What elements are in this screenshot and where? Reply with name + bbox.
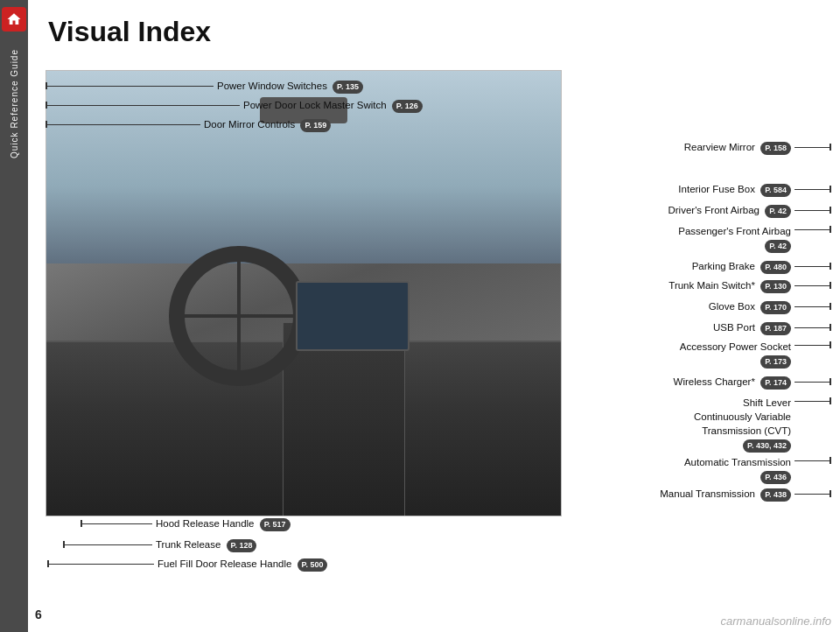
ann-hood-release-label: Hood Release Handle P. 517 [156, 516, 290, 531]
ann-accessory-socket: Accessory Power SocketP. 173 [680, 340, 831, 369]
ann-fuse-box-label: Interior Fuse Box P. 584 [678, 182, 791, 197]
ann-auto-transmission-label: Automatic Transmission P. 436 [684, 455, 791, 484]
home-icon[interactable] [2, 7, 26, 32]
ann-driver-airbag-label: Driver's Front Airbag P. 42 [668, 203, 791, 218]
ann-trunk-switch: Trunk Main Switch* P. 130 [668, 278, 831, 293]
ann-door-mirror: Door Mirror Controls P. 159 [46, 117, 331, 132]
ann-usb-port: USB Port P. 187 [713, 320, 831, 335]
ann-passenger-airbag-label: Passenger's Front AirbagP. 42 [678, 224, 791, 253]
ann-trunk-switch-label: Trunk Main Switch* P. 130 [668, 278, 791, 293]
ann-glove-box: Glove Box P. 170 [709, 299, 831, 314]
ann-rearview-label: Rearview Mirror P. 158 [684, 140, 791, 155]
car-image [46, 70, 562, 516]
ann-fuse-box: Interior Fuse Box P. 584 [678, 182, 831, 197]
ann-wireless-charger: Wireless Charger* P. 174 [674, 375, 831, 390]
ann-parking-brake-label: Parking Brake P. 480 [692, 259, 791, 274]
page-title: Visual Index [48, 16, 211, 48]
ann-auto-transmission: Automatic Transmission P. 436 [684, 455, 831, 484]
sidebar-label: Quick Reference Guide [10, 49, 19, 158]
ann-parking-brake: Parking Brake P. 480 [692, 259, 831, 274]
ann-hood-release: Hood Release Handle P. 517 [80, 516, 290, 531]
ann-shift-lever-cvt: Shift LeverContinuously VariableTransmis… [694, 396, 831, 453]
ann-usb-port-label: USB Port P. 187 [713, 320, 791, 335]
ann-manual-transmission-label: Manual Transmission P. 438 [660, 487, 791, 502]
ann-wireless-charger-label: Wireless Charger* P. 174 [674, 375, 791, 390]
ann-accessory-socket-label: Accessory Power SocketP. 173 [680, 340, 791, 369]
ann-manual-transmission: Manual Transmission P. 438 [660, 487, 831, 502]
ann-power-window-label: Power Window Switches P. 135 [217, 79, 363, 94]
ann-shift-lever-cvt-label: Shift LeverContinuously VariableTransmis… [694, 396, 791, 453]
ann-trunk-release-label: Trunk Release P. 128 [156, 537, 256, 552]
ann-power-window: Power Window Switches P. 135 [46, 79, 363, 94]
ann-door-mirror-label: Door Mirror Controls P. 159 [204, 117, 331, 132]
ann-fuel-fill-label: Fuel Fill Door Release Handle P. 500 [158, 557, 327, 572]
ann-power-door-lock-label: Power Door Lock Master Switch P. 126 [243, 98, 423, 113]
ann-trunk-release: Trunk Release P. 128 [63, 537, 256, 552]
sidebar: Quick Reference Guide [0, 0, 28, 632]
main-content: Power Window Switches P. 135 Power Door … [28, 53, 840, 613]
ann-driver-airbag: Driver's Front Airbag P. 42 [668, 203, 831, 218]
ann-rearview: Rearview Mirror P. 158 [684, 140, 831, 155]
ann-fuel-fill: Fuel Fill Door Release Handle P. 500 [47, 557, 327, 572]
watermark: carmanualsonline.info [721, 614, 831, 628]
ann-passenger-airbag: Passenger's Front AirbagP. 42 [678, 224, 831, 253]
page-number: 6 [35, 607, 42, 621]
ann-power-door-lock: Power Door Lock Master Switch P. 126 [46, 98, 423, 113]
ann-glove-box-label: Glove Box P. 170 [709, 299, 791, 314]
